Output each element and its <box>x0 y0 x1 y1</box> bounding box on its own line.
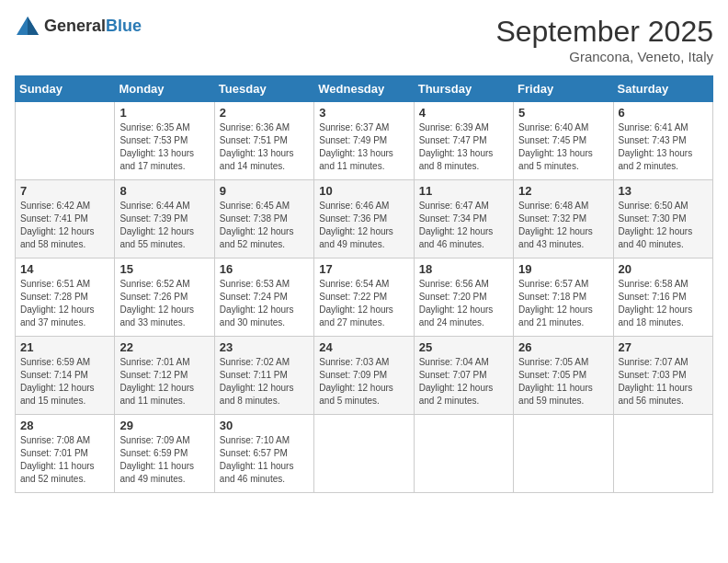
day-info: Sunrise: 7:04 AM Sunset: 7:07 PM Dayligh… <box>419 356 508 408</box>
day-number: 28 <box>20 419 109 432</box>
day-number: 20 <box>619 262 708 276</box>
calendar-cell: 3Sunrise: 6:37 AM Sunset: 7:49 PM Daylig… <box>314 102 414 180</box>
calendar-cell: 8Sunrise: 6:44 AM Sunset: 7:39 PM Daylig… <box>115 180 214 259</box>
month-title: September 2025 <box>495 15 713 49</box>
day-info: Sunrise: 6:35 AM Sunset: 7:53 PM Dayligh… <box>119 121 209 173</box>
day-number: 14 <box>20 262 109 276</box>
day-number: 5 <box>518 106 608 120</box>
day-info: Sunrise: 6:45 AM Sunset: 7:38 PM Dayligh… <box>220 200 309 251</box>
logo-general: General <box>44 17 106 35</box>
calendar-cell: 20Sunrise: 6:58 AM Sunset: 7:16 PM Dayli… <box>613 259 712 337</box>
day-info: Sunrise: 6:39 AM Sunset: 7:47 PM Dayligh… <box>419 121 508 173</box>
day-info: Sunrise: 6:57 AM Sunset: 7:18 PM Dayligh… <box>518 278 608 329</box>
logo: GeneralBlue <box>15 15 142 37</box>
day-number: 10 <box>319 184 408 198</box>
day-info: Sunrise: 7:07 AM Sunset: 7:03 PM Dayligh… <box>619 356 708 408</box>
calendar-cell <box>314 415 414 493</box>
calendar-cell: 23Sunrise: 7:02 AM Sunset: 7:11 PM Dayli… <box>214 337 313 415</box>
calendar-table: SundayMondayTuesdayWednesdayThursdayFrid… <box>15 75 713 493</box>
day-info: Sunrise: 6:42 AM Sunset: 7:41 PM Dayligh… <box>20 200 109 251</box>
day-number: 12 <box>518 184 608 198</box>
day-number: 13 <box>619 184 708 198</box>
calendar-cell <box>514 415 613 493</box>
calendar-header-row: SundayMondayTuesdayWednesdayThursdayFrid… <box>16 76 713 102</box>
day-info: Sunrise: 7:03 AM Sunset: 7:09 PM Dayligh… <box>319 356 408 408</box>
calendar-cell: 25Sunrise: 7:04 AM Sunset: 7:07 PM Dayli… <box>414 337 513 415</box>
day-number: 2 <box>220 106 309 120</box>
day-info: Sunrise: 6:47 AM Sunset: 7:34 PM Dayligh… <box>419 200 508 251</box>
calendar-cell: 18Sunrise: 6:56 AM Sunset: 7:20 PM Dayli… <box>414 259 513 337</box>
day-number: 24 <box>319 340 408 354</box>
calendar-week-row: 28Sunrise: 7:08 AM Sunset: 7:01 PM Dayli… <box>16 415 713 493</box>
calendar-cell: 29Sunrise: 7:09 AM Sunset: 6:59 PM Dayli… <box>115 415 214 493</box>
day-number: 23 <box>220 340 309 354</box>
day-number: 11 <box>419 184 508 198</box>
day-number: 29 <box>119 419 209 432</box>
day-number: 4 <box>419 106 508 120</box>
calendar-week-row: 14Sunrise: 6:51 AM Sunset: 7:28 PM Dayli… <box>16 259 713 337</box>
day-number: 21 <box>20 340 109 354</box>
calendar-cell: 10Sunrise: 6:46 AM Sunset: 7:36 PM Dayli… <box>314 180 414 259</box>
weekday-header-thursday: Thursday <box>414 76 513 102</box>
day-info: Sunrise: 7:05 AM Sunset: 7:05 PM Dayligh… <box>518 356 608 408</box>
day-number: 26 <box>518 340 608 354</box>
title-block: September 2025 Grancona, Veneto, Italy <box>495 15 713 64</box>
calendar-cell: 22Sunrise: 7:01 AM Sunset: 7:12 PM Dayli… <box>115 337 214 415</box>
calendar-cell: 14Sunrise: 6:51 AM Sunset: 7:28 PM Dayli… <box>16 259 115 337</box>
day-number: 1 <box>119 106 209 120</box>
calendar-cell: 26Sunrise: 7:05 AM Sunset: 7:05 PM Dayli… <box>514 337 613 415</box>
day-number: 17 <box>319 262 408 276</box>
day-number: 18 <box>419 262 508 276</box>
day-info: Sunrise: 7:08 AM Sunset: 7:01 PM Dayligh… <box>20 434 109 486</box>
calendar-week-row: 7Sunrise: 6:42 AM Sunset: 7:41 PM Daylig… <box>16 180 713 259</box>
day-info: Sunrise: 6:59 AM Sunset: 7:14 PM Dayligh… <box>20 356 109 408</box>
calendar-cell: 6Sunrise: 6:41 AM Sunset: 7:43 PM Daylig… <box>613 102 712 180</box>
weekday-header-wednesday: Wednesday <box>314 76 414 102</box>
calendar-cell: 21Sunrise: 6:59 AM Sunset: 7:14 PM Dayli… <box>16 337 115 415</box>
day-info: Sunrise: 6:51 AM Sunset: 7:28 PM Dayligh… <box>20 278 109 329</box>
logo-text: GeneralBlue <box>44 17 142 36</box>
day-info: Sunrise: 6:40 AM Sunset: 7:45 PM Dayligh… <box>518 121 608 173</box>
day-number: 16 <box>220 262 309 276</box>
calendar-cell: 28Sunrise: 7:08 AM Sunset: 7:01 PM Dayli… <box>16 415 115 493</box>
calendar-cell: 24Sunrise: 7:03 AM Sunset: 7:09 PM Dayli… <box>314 337 414 415</box>
calendar-week-row: 21Sunrise: 6:59 AM Sunset: 7:14 PM Dayli… <box>16 337 713 415</box>
day-number: 22 <box>119 340 209 354</box>
calendar-cell: 11Sunrise: 6:47 AM Sunset: 7:34 PM Dayli… <box>414 180 513 259</box>
page-header: GeneralBlue September 2025 Grancona, Ven… <box>15 15 713 64</box>
calendar-cell: 5Sunrise: 6:40 AM Sunset: 7:45 PM Daylig… <box>514 102 613 180</box>
day-info: Sunrise: 7:02 AM Sunset: 7:11 PM Dayligh… <box>220 356 309 408</box>
day-info: Sunrise: 6:56 AM Sunset: 7:20 PM Dayligh… <box>419 278 508 329</box>
weekday-header-monday: Monday <box>115 76 214 102</box>
day-info: Sunrise: 6:54 AM Sunset: 7:22 PM Dayligh… <box>319 278 408 329</box>
day-info: Sunrise: 6:48 AM Sunset: 7:32 PM Dayligh… <box>518 200 608 251</box>
day-info: Sunrise: 6:41 AM Sunset: 7:43 PM Dayligh… <box>619 121 708 173</box>
calendar-cell: 19Sunrise: 6:57 AM Sunset: 7:18 PM Dayli… <box>514 259 613 337</box>
calendar-cell: 13Sunrise: 6:50 AM Sunset: 7:30 PM Dayli… <box>613 180 712 259</box>
day-info: Sunrise: 6:52 AM Sunset: 7:26 PM Dayligh… <box>119 278 209 329</box>
day-info: Sunrise: 7:10 AM Sunset: 6:57 PM Dayligh… <box>220 434 309 486</box>
day-number: 27 <box>619 340 708 354</box>
calendar-cell: 16Sunrise: 6:53 AM Sunset: 7:24 PM Dayli… <box>214 259 313 337</box>
calendar-cell: 30Sunrise: 7:10 AM Sunset: 6:57 PM Dayli… <box>214 415 313 493</box>
day-number: 30 <box>220 419 309 432</box>
calendar-cell: 27Sunrise: 7:07 AM Sunset: 7:03 PM Dayli… <box>613 337 712 415</box>
day-info: Sunrise: 7:01 AM Sunset: 7:12 PM Dayligh… <box>119 356 209 408</box>
location-title: Grancona, Veneto, Italy <box>495 49 713 64</box>
calendar-cell: 4Sunrise: 6:39 AM Sunset: 7:47 PM Daylig… <box>414 102 513 180</box>
logo-blue: Blue <box>106 17 142 35</box>
calendar-cell: 15Sunrise: 6:52 AM Sunset: 7:26 PM Dayli… <box>115 259 214 337</box>
calendar-cell <box>16 102 115 180</box>
day-number: 3 <box>319 106 408 120</box>
calendar-cell: 12Sunrise: 6:48 AM Sunset: 7:32 PM Dayli… <box>514 180 613 259</box>
weekday-header-friday: Friday <box>514 76 613 102</box>
day-number: 25 <box>419 340 508 354</box>
calendar-cell: 9Sunrise: 6:45 AM Sunset: 7:38 PM Daylig… <box>214 180 313 259</box>
calendar-cell: 2Sunrise: 6:36 AM Sunset: 7:51 PM Daylig… <box>214 102 313 180</box>
day-number: 9 <box>220 184 309 198</box>
weekday-header-tuesday: Tuesday <box>214 76 313 102</box>
svg-marker-1 <box>28 17 39 35</box>
calendar-cell <box>414 415 513 493</box>
day-info: Sunrise: 6:46 AM Sunset: 7:36 PM Dayligh… <box>319 200 408 251</box>
day-info: Sunrise: 6:44 AM Sunset: 7:39 PM Dayligh… <box>119 200 209 251</box>
